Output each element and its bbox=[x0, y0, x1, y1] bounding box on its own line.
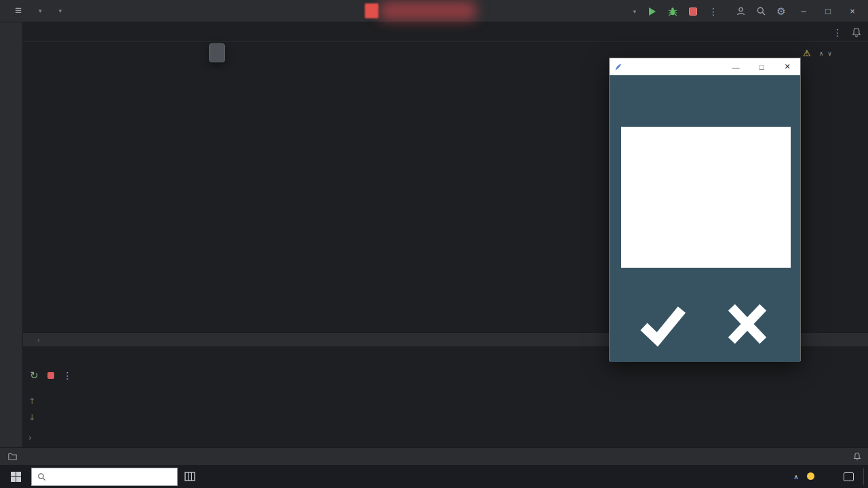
gear-icon: ⚙ bbox=[776, 5, 785, 18]
start-button[interactable] bbox=[0, 465, 31, 488]
task-view-icon bbox=[184, 472, 195, 481]
project-selector[interactable]: ▾ bbox=[30, 5, 47, 17]
bug-icon bbox=[668, 7, 677, 16]
console-more-icon[interactable]: ⋮ bbox=[63, 370, 73, 381]
quizlet-body bbox=[610, 75, 800, 362]
rerun-icon[interactable]: ↻ bbox=[30, 369, 39, 382]
window-maximize-button[interactable]: □ bbox=[816, 0, 840, 22]
task-view-button[interactable] bbox=[178, 465, 202, 488]
run-button[interactable] bbox=[643, 3, 662, 20]
question-canvas bbox=[621, 127, 791, 268]
user-icon bbox=[736, 6, 746, 16]
breadcrumb-separator: › bbox=[37, 336, 40, 344]
tool-window-stripe bbox=[0, 22, 22, 447]
windows-taskbar: ∧ bbox=[0, 465, 868, 488]
false-button[interactable] bbox=[718, 296, 776, 352]
window-minimize-button[interactable]: – bbox=[792, 0, 815, 22]
more-run-actions-button[interactable]: ⋮ bbox=[704, 3, 723, 20]
ide-title-bar: ≡ ▾ ▾ ▾ ⋮ bbox=[0, 0, 868, 22]
scroll-up-icon[interactable]: ↑ bbox=[28, 396, 35, 406]
search-icon bbox=[756, 6, 766, 16]
weather-widget[interactable] bbox=[807, 472, 819, 481]
editor-tab-bar: ⋮ bbox=[23, 23, 868, 42]
next-problem-icon[interactable]: ∨ bbox=[827, 50, 832, 57]
kebab-icon: ⋮ bbox=[709, 6, 718, 17]
search-everywhere-button[interactable] bbox=[751, 3, 770, 20]
console-prompt-icon: › bbox=[28, 433, 32, 443]
run-console[interactable]: ↑ ↓ › bbox=[23, 384, 868, 447]
tk-feather-icon bbox=[614, 63, 623, 71]
taskbar-search-input[interactable] bbox=[51, 472, 166, 481]
show-hidden-icons-chevron[interactable]: ∧ bbox=[793, 473, 798, 481]
redacted-region bbox=[365, 3, 378, 18]
quizlet-close-button[interactable]: ✕ bbox=[774, 58, 800, 75]
scroll-down-icon[interactable]: ↓ bbox=[28, 413, 35, 422]
stop-icon bbox=[689, 7, 697, 16]
question-text bbox=[621, 127, 778, 158]
chevron-down-icon: ▾ bbox=[633, 8, 636, 15]
cross-icon bbox=[718, 296, 776, 352]
quizlet-title-bar[interactable]: — □ ✕ bbox=[610, 58, 800, 75]
status-bar bbox=[0, 447, 868, 465]
search-icon bbox=[37, 472, 46, 481]
quizlet-app-window: — □ ✕ bbox=[609, 58, 801, 361]
quizlet-maximize-button[interactable]: □ bbox=[749, 58, 774, 75]
main-menu-icon[interactable]: ≡ bbox=[9, 4, 27, 18]
windows-logo-icon bbox=[11, 472, 21, 482]
play-icon bbox=[649, 7, 656, 16]
code-with-me-button[interactable] bbox=[731, 3, 750, 20]
window-close-button[interactable]: × bbox=[841, 0, 864, 22]
debug-button[interactable] bbox=[663, 3, 682, 20]
file-path-tooltip bbox=[209, 43, 225, 62]
stop-button[interactable] bbox=[684, 3, 703, 20]
quizlet-minimize-button[interactable]: — bbox=[723, 58, 749, 75]
run-configuration-selector[interactable]: ▾ bbox=[624, 5, 642, 18]
tab-options-icon[interactable]: ⋮ bbox=[833, 27, 842, 38]
settings-button[interactable]: ⚙ bbox=[772, 3, 791, 20]
stop-process-icon[interactable] bbox=[47, 372, 54, 379]
redacted-region bbox=[380, 1, 476, 20]
warning-icon: ⚠ bbox=[803, 48, 811, 58]
folder-icon bbox=[8, 453, 17, 460]
chevron-down-icon: ▾ bbox=[59, 7, 62, 14]
sun-icon bbox=[807, 472, 814, 480]
true-button[interactable] bbox=[633, 296, 692, 352]
console-toolbar: ↻ ⋮ bbox=[23, 367, 868, 384]
show-desktop-strip[interactable] bbox=[863, 468, 864, 485]
checkmark-icon bbox=[633, 296, 692, 352]
vcs-menu[interactable]: ▾ bbox=[50, 5, 68, 17]
chevron-down-icon: ▾ bbox=[39, 7, 42, 14]
previous-problem-icon[interactable]: ∧ bbox=[819, 50, 824, 57]
system-tray: ∧ bbox=[793, 465, 864, 488]
inspections-widget[interactable]: ⚠ ∧ ∨ bbox=[803, 48, 832, 58]
action-center-icon[interactable] bbox=[844, 472, 854, 481]
notifications-bell-icon[interactable] bbox=[852, 27, 861, 37]
status-bell-icon[interactable] bbox=[853, 452, 861, 461]
taskbar-search-box[interactable] bbox=[31, 468, 178, 486]
